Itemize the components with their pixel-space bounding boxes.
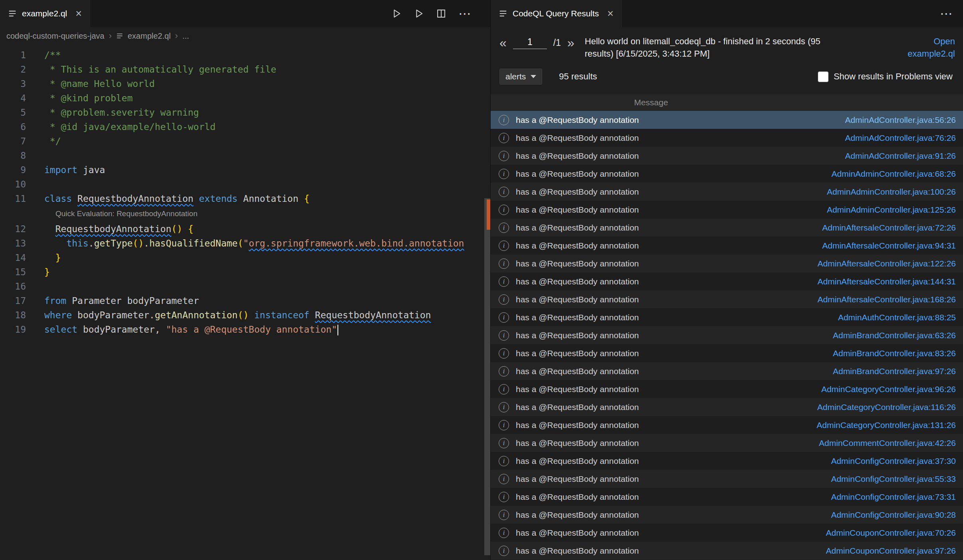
- result-location-link[interactable]: AdminBrandController.java:63:26: [833, 331, 956, 340]
- info-icon: i: [499, 546, 509, 556]
- result-location-link[interactable]: AdminCommentController.java:42:26: [819, 438, 956, 448]
- result-message: has a @RequestBody annotation: [516, 385, 821, 394]
- close-results-tab-icon[interactable]: ×: [607, 8, 614, 19]
- result-location-link[interactable]: AdminAdController.java:56:26: [845, 115, 956, 125]
- show-in-problems-checkbox[interactable]: [818, 71, 829, 82]
- code-line-6: 6 * @id java/example/hello-world: [0, 120, 490, 134]
- result-row[interactable]: ihas a @RequestBody annotationAdminConfi…: [491, 452, 963, 470]
- result-row[interactable]: ihas a @RequestBody annotationAdminCoupo…: [491, 524, 963, 542]
- result-row[interactable]: ihas a @RequestBody annotationAdminConfi…: [491, 506, 963, 524]
- ellipsis-icon: ⋯: [458, 7, 471, 20]
- result-row[interactable]: ihas a @RequestBody annotationAdminAuthC…: [491, 308, 963, 326]
- result-location-link[interactable]: AdminAuthController.java:88:25: [838, 313, 956, 322]
- problems-view-toggle: Show results in Problems view: [818, 71, 953, 82]
- scrollbar-thumb[interactable]: [484, 198, 490, 555]
- page-total: /1: [553, 37, 561, 48]
- result-location-link[interactable]: AdminCategoryController.java:96:26: [821, 385, 956, 394]
- result-row[interactable]: ihas a @RequestBody annotationAdminAdCon…: [491, 111, 963, 129]
- code-text: this.getType().hasQualifiedName("org.spr…: [44, 236, 464, 250]
- result-location-link[interactable]: AdminConfigController.java:73:31: [831, 492, 956, 502]
- result-row[interactable]: ihas a @RequestBody annotationAdminAdCon…: [491, 129, 963, 147]
- code-text: }: [44, 265, 50, 279]
- result-row[interactable]: ihas a @RequestBody annotationAdminComme…: [491, 434, 963, 452]
- result-row[interactable]: ihas a @RequestBody annotationAdminConfi…: [491, 470, 963, 488]
- tab-example2-ql[interactable]: example2.ql ×: [0, 0, 90, 27]
- result-location-link[interactable]: AdminAftersaleController.java:144:31: [817, 277, 956, 286]
- result-row[interactable]: ihas a @RequestBody annotationAdminAfter…: [491, 237, 963, 254]
- result-location-link[interactable]: AdminBrandController.java:83:26: [833, 349, 956, 358]
- breadcrumb-item-folder[interactable]: codeql-custom-queries-java: [6, 32, 105, 41]
- next-page-button[interactable]: »: [567, 36, 574, 49]
- result-location-link[interactable]: AdminAftersaleController.java:94:31: [822, 241, 956, 250]
- result-row[interactable]: ihas a @RequestBody annotationAdminAdmin…: [491, 165, 963, 183]
- split-editor-button[interactable]: [436, 8, 446, 19]
- result-location-link[interactable]: AdminCouponController.java:97:26: [826, 546, 956, 556]
- code-text: RequestbodyAnnotation() {: [44, 222, 193, 236]
- alerts-filter-select[interactable]: alerts: [499, 69, 542, 85]
- code-text: select bodyParameter, "has a @RequestBod…: [44, 322, 338, 337]
- info-icon: i: [499, 276, 509, 287]
- results-controls: alerts 95 results Show results in Proble…: [491, 65, 963, 85]
- result-row[interactable]: ihas a @RequestBody annotationAdminCoupo…: [491, 542, 963, 560]
- breadcrumb-item-file[interactable]: example2.ql: [128, 32, 171, 41]
- result-row[interactable]: ihas a @RequestBody annotationAdminBrand…: [491, 344, 963, 362]
- result-row[interactable]: ihas a @RequestBody annotationAdminAfter…: [491, 219, 963, 237]
- result-location-link[interactable]: AdminCategoryController.java:116:26: [817, 402, 956, 412]
- result-location-link[interactable]: AdminAftersaleController.java:72:26: [822, 223, 956, 233]
- result-location-link[interactable]: AdminConfigController.java:55:33: [831, 474, 956, 484]
- close-tab-icon[interactable]: ×: [75, 8, 82, 19]
- result-row[interactable]: ihas a @RequestBody annotationAdminCateg…: [491, 398, 963, 416]
- editor-scrollbar[interactable]: [484, 45, 490, 560]
- info-icon: i: [499, 420, 509, 430]
- info-icon: i: [499, 510, 509, 520]
- result-location-link[interactable]: AdminAftersaleController.java:122:26: [817, 259, 956, 268]
- line-number: 17: [0, 294, 44, 308]
- page-input[interactable]: [513, 37, 547, 49]
- result-row[interactable]: ihas a @RequestBody annotationAdminBrand…: [491, 326, 963, 344]
- line-number: 18: [0, 308, 44, 322]
- breadcrumb-item-symbol[interactable]: ...: [182, 32, 189, 41]
- result-row[interactable]: ihas a @RequestBody annotationAdminAdmin…: [491, 201, 963, 219]
- result-location-link[interactable]: AdminAdminController.java:100:26: [827, 187, 956, 197]
- run-query-button[interactable]: [391, 8, 402, 19]
- line-number: 15: [0, 265, 44, 279]
- result-location-link[interactable]: AdminConfigController.java:90:28: [831, 510, 956, 520]
- info-icon: i: [499, 115, 509, 125]
- info-icon: i: [499, 366, 509, 377]
- info-icon: i: [499, 258, 509, 269]
- result-row[interactable]: ihas a @RequestBody annotationAdminAfter…: [491, 272, 963, 290]
- more-actions-button[interactable]: ⋯: [458, 7, 471, 20]
- result-row[interactable]: ihas a @RequestBody annotationAdminAdCon…: [491, 147, 963, 165]
- result-row[interactable]: ihas a @RequestBody annotationAdminConfi…: [491, 488, 963, 506]
- result-row[interactable]: ihas a @RequestBody annotationAdminCateg…: [491, 416, 963, 434]
- info-icon: i: [499, 187, 509, 197]
- line-number: 10: [0, 177, 44, 191]
- line-number: 9: [0, 163, 44, 177]
- result-row[interactable]: ihas a @RequestBody annotationAdminBrand…: [491, 362, 963, 380]
- result-row[interactable]: ihas a @RequestBody annotationAdminAdmin…: [491, 183, 963, 201]
- result-location-link[interactable]: AdminAdminController.java:68:26: [831, 169, 956, 179]
- line-number: 4: [0, 91, 44, 105]
- result-location-link[interactable]: AdminCategoryController.java:131:26: [817, 420, 956, 430]
- result-row[interactable]: ihas a @RequestBody annotationAdminCateg…: [491, 380, 963, 398]
- message-column-header: Message: [491, 94, 963, 111]
- previous-page-button[interactable]: «: [499, 36, 507, 49]
- line-number: 13: [0, 236, 44, 250]
- result-location-link[interactable]: AdminBrandController.java:97:26: [833, 367, 956, 376]
- results-list-icon: [499, 9, 507, 18]
- run-query-secondary-button[interactable]: [414, 8, 424, 19]
- play-icon: [391, 8, 402, 19]
- open-query-link[interactable]: Open example2.ql: [889, 35, 955, 60]
- result-location-link[interactable]: AdminAftersaleController.java:168:26: [817, 295, 956, 304]
- codelens-quick-evaluation[interactable]: Quick Evaluation: RequestbodyAnnotation: [0, 206, 490, 222]
- tab-codeql-query-results[interactable]: CodeQL Query Results ×: [491, 0, 622, 27]
- result-row[interactable]: ihas a @RequestBody annotationAdminAfter…: [491, 290, 963, 308]
- result-location-link[interactable]: AdminAdController.java:91:26: [845, 151, 956, 161]
- result-location-link[interactable]: AdminAdController.java:76:26: [845, 133, 956, 143]
- result-message: has a @RequestBody annotation: [516, 474, 831, 484]
- result-location-link[interactable]: AdminCouponController.java:70:26: [826, 528, 956, 538]
- panel-more-actions-button[interactable]: ⋯: [940, 7, 953, 20]
- result-row[interactable]: ihas a @RequestBody annotationAdminAfter…: [491, 254, 963, 272]
- result-location-link[interactable]: AdminAdminController.java:125:26: [827, 205, 956, 215]
- result-location-link[interactable]: AdminConfigController.java:37:30: [831, 456, 956, 466]
